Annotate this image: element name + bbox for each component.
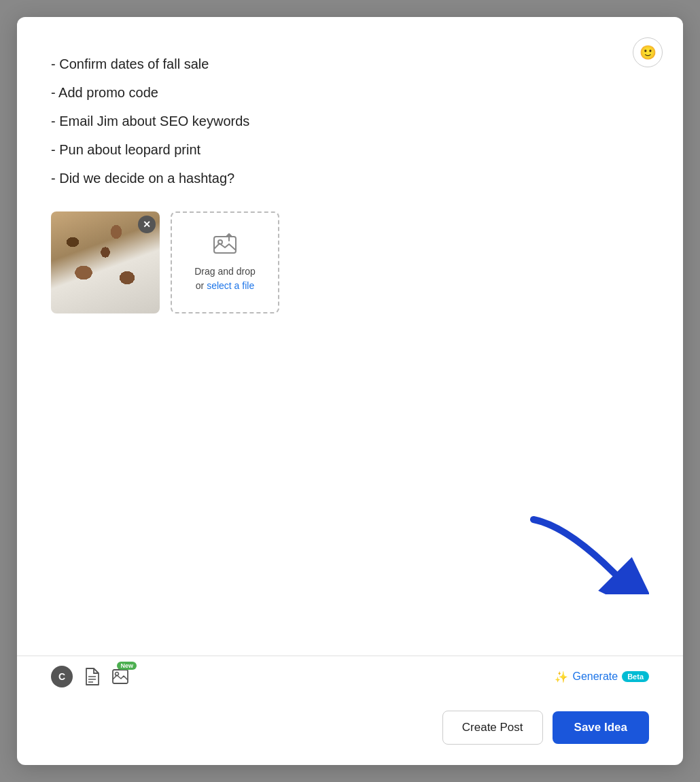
emoji-icon: 🙂 (640, 44, 657, 61)
save-idea-button[interactable]: Save Idea (553, 711, 649, 744)
generate-label: Generate (572, 670, 618, 683)
drop-zone-icon (213, 233, 237, 259)
text-line-4: - Pun about leopard print (51, 137, 649, 163)
c-icon-button[interactable]: C (51, 666, 73, 687)
text-line-2: - Add promo code (51, 80, 649, 105)
image-icon-button[interactable]: New (111, 667, 130, 686)
text-line-3: - Email Jim about SEO keywords (51, 108, 649, 134)
emoji-button[interactable]: 🙂 (633, 37, 663, 67)
text-line-1: - Confirm dates of fall sale (51, 51, 649, 77)
modal: 🙂 - Confirm dates of fall sale - Add pro… (17, 17, 683, 765)
generate-button[interactable]: ✨ Generate Beta (555, 670, 649, 683)
toolbar: C New ✨ Generate Beta (17, 656, 683, 697)
annotation-arrow (513, 513, 649, 594)
document-icon-button[interactable] (82, 667, 101, 686)
text-line-5: - Did we decide on a hashtag? (51, 165, 649, 191)
footer: Create Post Save Idea (17, 697, 683, 765)
beta-badge: Beta (622, 671, 649, 682)
remove-image-button[interactable]: ✕ (138, 216, 156, 233)
drop-zone[interactable]: Drag and drop or select a file (171, 211, 279, 313)
media-section: ✕ Drag and drop or select a file (51, 211, 649, 313)
create-post-button[interactable]: Create Post (442, 711, 543, 745)
new-badge: New (117, 662, 137, 670)
select-file-link[interactable]: select a file (207, 280, 254, 291)
generate-icon: ✨ (555, 670, 568, 683)
image-preview: ✕ (51, 211, 160, 313)
drop-zone-text: Drag and drop or select a file (194, 265, 256, 293)
note-text-area[interactable]: - Confirm dates of fall sale - Add promo… (51, 51, 649, 191)
modal-body: 🙂 - Confirm dates of fall sale - Add pro… (17, 17, 683, 656)
